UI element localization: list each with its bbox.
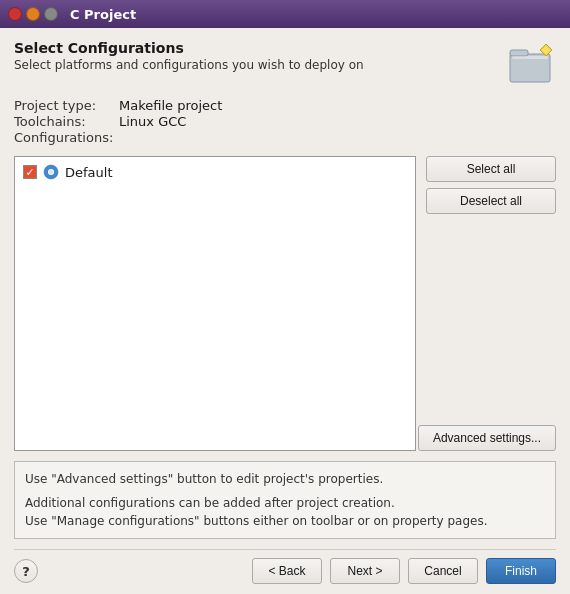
main-content: Select Configurations Select platforms a… [0, 28, 570, 594]
project-type-label: Project type: [14, 98, 119, 113]
configurations-label: Configurations: [14, 130, 119, 145]
config-type-icon [43, 164, 59, 180]
finish-button[interactable]: Finish [486, 558, 556, 584]
minimize-button[interactable] [26, 7, 40, 21]
project-info: Project type: Makefile project Toolchain… [14, 98, 556, 146]
toolchains-row: Toolchains: Linux GCC [14, 114, 556, 129]
select-all-button[interactable]: Select all [426, 156, 556, 182]
info-line-1: Use "Advanced settings" button to edit p… [25, 470, 545, 488]
list-item[interactable]: ✓ Default [19, 161, 411, 183]
svg-point-11 [49, 170, 53, 174]
configurations-list[interactable]: ✓ Default [14, 156, 416, 451]
configurations-section: ✓ Default Select all D [14, 156, 556, 451]
svg-rect-1 [510, 50, 528, 56]
info-box: Use "Advanced settings" button to edit p… [14, 461, 556, 539]
config-item-name: Default [65, 165, 113, 180]
back-button[interactable]: < Back [252, 558, 322, 584]
nav-buttons: < Back Next > Cancel Finish [252, 558, 556, 584]
svg-rect-9 [44, 171, 47, 173]
configurations-row: Configurations: [14, 130, 556, 145]
page-title: Select Configurations [14, 40, 364, 56]
help-button[interactable]: ? [14, 559, 38, 583]
bottom-navigation: ? < Back Next > Cancel Finish [14, 549, 556, 584]
advanced-settings-button[interactable]: Advanced settings... [418, 425, 556, 451]
svg-rect-2 [512, 56, 548, 59]
action-buttons: Select all Deselect all Advanced setting… [426, 156, 556, 451]
project-type-value: Makefile project [119, 98, 222, 113]
titlebar: C Project [0, 0, 570, 28]
window-title: C Project [70, 7, 136, 22]
deselect-all-button[interactable]: Deselect all [426, 188, 556, 214]
close-button[interactable] [8, 7, 22, 21]
info-line-4: Use "Manage configurations" buttons eith… [25, 512, 545, 530]
project-type-row: Project type: Makefile project [14, 98, 556, 113]
header-section: Select Configurations Select platforms a… [14, 40, 556, 88]
page-subtitle: Select platforms and configurations you … [14, 58, 364, 72]
svg-rect-10 [55, 171, 58, 173]
checkmark-icon: ✓ [25, 167, 34, 178]
window-controls[interactable] [8, 7, 58, 21]
info-line-3: Additional configurations can be added a… [25, 494, 545, 512]
svg-rect-8 [50, 176, 52, 179]
maximize-button[interactable] [44, 7, 58, 21]
toolchains-label: Toolchains: [14, 114, 119, 129]
svg-rect-7 [50, 165, 52, 168]
header-icon [508, 40, 556, 88]
config-checkbox[interactable]: ✓ [23, 165, 37, 179]
next-button[interactable]: Next > [330, 558, 400, 584]
select-buttons: Select all Deselect all [426, 156, 556, 214]
cancel-button[interactable]: Cancel [408, 558, 478, 584]
header-text: Select Configurations Select platforms a… [14, 40, 364, 72]
toolchains-value: Linux GCC [119, 114, 186, 129]
